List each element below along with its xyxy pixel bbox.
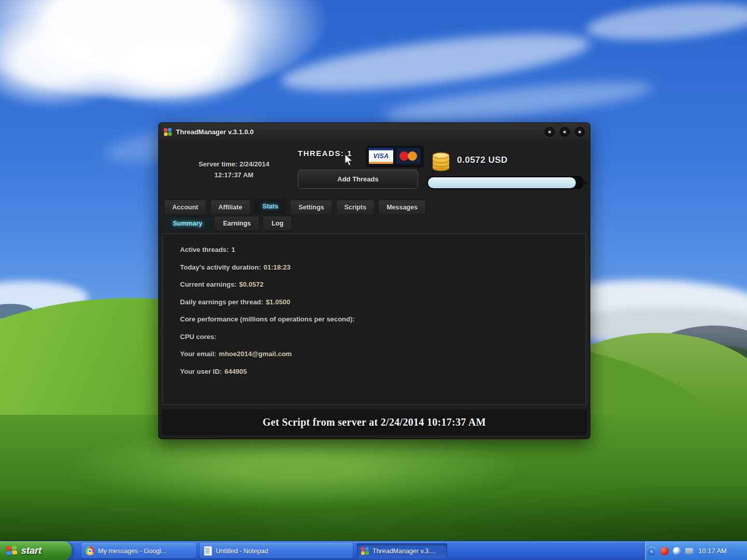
coin-stack-icon xyxy=(431,150,451,174)
taskbar-item-label: Untitled - Notepad xyxy=(216,548,268,555)
visa-card-icon: VISA xyxy=(369,148,393,164)
start-label: start xyxy=(21,545,42,556)
visa-label: VISA xyxy=(373,152,389,160)
tab-messages[interactable]: Messages xyxy=(378,200,426,214)
start-button[interactable]: start xyxy=(0,541,72,560)
threadmanager-window: ThreadManager v.3.1.0.0 Server time: 2/2… xyxy=(158,122,590,439)
subtab-summary[interactable]: Summary xyxy=(164,216,211,231)
tray-red-status-icon[interactable] xyxy=(660,547,669,555)
server-time: Server time: 2/24/2014 12:17:37 AM xyxy=(169,159,299,181)
tray-network-icon[interactable] xyxy=(673,547,681,555)
maximize-button[interactable] xyxy=(560,127,570,137)
windows-flag-icon xyxy=(6,545,18,557)
tab-account[interactable]: Account xyxy=(164,200,206,214)
taskbar-item-label: ThreadManager v.3.... xyxy=(372,548,436,555)
mouse-cursor-icon xyxy=(344,153,355,169)
taskbar-item-threadmanager[interactable]: ThreadManager v.3.... xyxy=(357,543,447,558)
summary-panel: Active threads: 1 Today's activity durat… xyxy=(162,233,586,405)
status-text: Get Script from server at 2/24/2014 10:1… xyxy=(262,416,486,428)
stat-row-email: Your email: mhoe2014@gmail.com xyxy=(163,345,586,363)
main-tabs: Account Affiliate Stats Settings Scripts… xyxy=(164,200,426,214)
stat-row-current-earnings: Current earnings: $0.0572 xyxy=(163,276,586,293)
stat-row-core-performance: Core performance (millions of operations… xyxy=(163,311,586,328)
add-threads-button[interactable]: Add Threads xyxy=(298,170,418,189)
taskbar-item-browser[interactable]: My messages - Googl... xyxy=(81,543,196,558)
close-button[interactable] xyxy=(575,127,585,137)
window-titlebar[interactable]: ThreadManager v.3.1.0.0 xyxy=(159,123,590,141)
taskbar: start My messages - Googl... Untitled - … xyxy=(0,541,747,560)
notepad-icon xyxy=(204,546,212,556)
tab-settings[interactable]: Settings xyxy=(290,200,332,214)
mastercard-icon xyxy=(396,148,421,164)
chrome-icon xyxy=(86,547,94,555)
server-time-date: Server time: 2/24/2014 xyxy=(169,159,299,170)
stat-row-daily-earnings: Daily earnings per thread: $1.0500 xyxy=(163,293,586,311)
progress-fill xyxy=(428,177,576,188)
status-footer: Get Script from server at 2/24/2014 10:1… xyxy=(162,409,587,435)
taskbar-item-notepad[interactable]: Untitled - Notepad xyxy=(200,543,353,558)
stat-row-activity-duration: Today's activity duration: 01:18:23 xyxy=(163,259,586,276)
tab-stats[interactable]: Stats xyxy=(254,198,287,214)
taskbar-item-label: My messages - Googl... xyxy=(98,548,167,555)
tab-affiliate[interactable]: Affiliate xyxy=(210,200,251,214)
window-title: ThreadManager v.3.1.0.0 xyxy=(176,128,254,136)
balance-amount: 0.0572 USD xyxy=(457,155,508,165)
minimize-button[interactable] xyxy=(545,127,555,137)
desktop: ThreadManager v.3.1.0.0 Server time: 2/2… xyxy=(0,0,747,560)
system-tray: ‹ 10:17 AM xyxy=(644,541,747,560)
subtab-earnings[interactable]: Earnings xyxy=(214,216,260,231)
taskbar-clock[interactable]: 10:17 AM xyxy=(698,547,727,555)
payment-cards: VISA xyxy=(366,146,423,166)
threadmanager-icon xyxy=(361,547,369,555)
tray-volume-icon[interactable] xyxy=(685,548,693,554)
stats-subtabs: Summary Earnings Log xyxy=(164,216,292,231)
subtab-log[interactable]: Log xyxy=(262,216,292,231)
stat-row-cpu-cores: CPU cores: xyxy=(163,328,586,346)
stat-row-user-id: Your user ID: 644905 xyxy=(163,363,586,381)
server-time-clock: 12:17:37 AM xyxy=(169,170,299,181)
tab-scripts[interactable]: Scripts xyxy=(336,200,375,214)
tray-collapse-chevron-icon[interactable]: ‹ xyxy=(647,547,656,556)
threadmanager-app-icon xyxy=(164,128,172,136)
progress-bar xyxy=(427,176,584,189)
stat-row-active-threads: Active threads: 1 xyxy=(163,234,586,259)
